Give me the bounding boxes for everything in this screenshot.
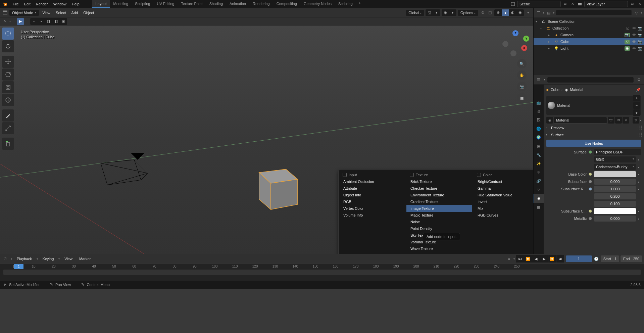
select-mode-3[interactable]: ◨ <box>45 18 52 25</box>
tree-scene-collection[interactable]: ▾🗀 Scene Collection <box>534 18 644 25</box>
jump-end-icon[interactable]: ⏭ <box>556 255 564 263</box>
tab-texture-paint[interactable]: Texture Paint <box>178 0 206 8</box>
render-icon[interactable]: 📷 <box>637 33 643 37</box>
menu-point-density[interactable]: Point Density <box>406 225 472 232</box>
cursor-tool[interactable] <box>2 40 14 52</box>
sss-method-dropdown[interactable]: Christensen-Burley▾ <box>594 164 636 170</box>
menu-gamma[interactable]: Gamma <box>474 185 533 192</box>
scene-browse-icon[interactable] <box>510 1 516 7</box>
gizmo-neg-y[interactable] <box>502 41 508 47</box>
menu-checker-texture[interactable]: Checker Texture <box>406 185 472 192</box>
tree-light[interactable]: ▸💡 Light ◉ 👁📷 <box>534 45 644 52</box>
tab-scene[interactable]: 🌐 <box>534 124 544 133</box>
tab-render[interactable]: 📺 <box>534 98 544 107</box>
props-search[interactable] <box>547 77 634 83</box>
play-icon[interactable]: ▶ <box>540 255 548 263</box>
tab-animation[interactable]: Animation <box>226 0 249 8</box>
viewlayer-browse-icon[interactable] <box>577 1 583 7</box>
eye-icon[interactable]: 👁 <box>631 33 637 37</box>
workspace-add-button[interactable]: + <box>356 0 363 8</box>
shading-options[interactable]: ▾ <box>525 10 531 16</box>
slot-remove-button[interactable]: − <box>633 102 640 109</box>
tab-scripting[interactable]: Scripting <box>335 0 356 8</box>
eye-icon[interactable]: 👁 <box>631 46 637 51</box>
timeline-type-icon[interactable]: ⏱ <box>2 256 8 262</box>
auto-key-icon[interactable]: ● <box>506 256 512 262</box>
subsurface-r-1[interactable]: 1.000 <box>594 186 636 192</box>
object-menu[interactable]: Object <box>81 11 96 15</box>
menu-window[interactable]: Window <box>51 1 69 7</box>
measure-tool[interactable] <box>2 122 14 134</box>
outliner-type-icon[interactable]: ☰ <box>536 10 542 16</box>
panel-preview[interactable]: ▸Preview┆┆┆ <box>544 124 644 131</box>
base-color-swatch[interactable] <box>594 171 636 177</box>
playback-menu[interactable]: Playback <box>15 257 34 261</box>
menu-bright-contrast[interactable]: Bright/Contrast <box>474 178 533 185</box>
menu-mix[interactable]: Mix <box>474 205 533 212</box>
frame-lock-icon[interactable]: 🕐 <box>593 256 599 262</box>
keying-menu[interactable]: Keying <box>41 257 56 261</box>
perspective-toggle-icon[interactable]: ▦ <box>517 93 527 103</box>
tree-collection[interactable]: ▾🗀 Collection ☑👁📷 <box>534 25 644 32</box>
use-nodes-button[interactable]: Use Nodes <box>546 140 641 147</box>
menu-rgb[interactable]: RGB <box>339 198 405 205</box>
timeline-track[interactable] <box>3 270 641 275</box>
gizmo-neg-z[interactable] <box>510 50 516 56</box>
gizmo-z[interactable]: Z <box>512 30 518 36</box>
shading-rendered[interactable]: ◉ <box>516 9 524 16</box>
eye-icon[interactable]: 👁 <box>631 40 637 44</box>
current-frame-field[interactable]: 1 <box>566 255 592 262</box>
editor-type-icon[interactable] <box>2 10 8 16</box>
tab-viewlayer[interactable]: 🖼 <box>534 115 544 124</box>
menu-wave-texture[interactable]: Wave Texture <box>406 245 472 252</box>
add-cube-tool[interactable] <box>2 138 14 150</box>
tab-geometry-nodes[interactable]: Geometry Nodes <box>300 0 335 8</box>
viewlayer-new-icon[interactable]: ⧉ <box>629 1 635 7</box>
menu-hue-sat[interactable]: Hue Saturation Value <box>474 192 533 198</box>
scene-new-icon[interactable]: ⧉ <box>562 1 568 7</box>
slot-add-button[interactable]: + <box>633 95 640 101</box>
xray-toggle[interactable]: ◫ <box>487 10 493 16</box>
orientation-dropdown[interactable]: Global ▾ <box>406 10 424 16</box>
keyframe-next-icon[interactable]: ⏩ <box>548 255 556 263</box>
subsurface-color-swatch[interactable] <box>594 208 636 214</box>
subsurface-value[interactable]: 0.000 <box>594 179 636 185</box>
props-options-icon[interactable]: ⚙ <box>636 77 642 83</box>
menu-image-texture[interactable]: Image Texture <box>406 205 472 212</box>
tree-cube[interactable]: ▸▽ Cube ▽ 👁📷 <box>534 38 644 45</box>
gizmo-y[interactable]: Y <box>523 36 529 42</box>
distribution-dropdown[interactable]: GGX▾ <box>594 156 636 162</box>
menu-edit[interactable]: Edit <box>21 1 33 7</box>
camera-object[interactable] <box>94 153 161 200</box>
shading-wireframe[interactable]: ⊕ <box>494 9 502 16</box>
cube-object[interactable] <box>249 156 306 213</box>
jump-start-icon[interactable]: ⏮ <box>516 255 524 263</box>
end-frame-field[interactable]: End250 <box>621 255 642 262</box>
tab-modifiers[interactable]: 🔧 <box>534 150 544 159</box>
menu-attribute[interactable]: Attribute <box>339 185 405 192</box>
eye-icon[interactable]: 👁 <box>631 26 637 31</box>
props-type-icon[interactable]: ☰ <box>536 77 542 83</box>
select-menu[interactable]: Select <box>54 11 68 15</box>
menu-render[interactable]: Render <box>33 1 51 7</box>
select-mode-5[interactable]: ▣ <box>60 18 67 25</box>
keyframe-prev-icon[interactable]: ⏪ <box>524 255 532 263</box>
options-dropdown[interactable]: Options ▾ <box>458 10 478 16</box>
shading-solid[interactable]: ● <box>502 9 509 16</box>
select-mode-2[interactable]: ▪ <box>38 18 45 25</box>
tab-material[interactable]: ◉ <box>534 194 544 203</box>
tab-object[interactable]: ▣ <box>534 142 544 150</box>
menu-invert[interactable]: Invert <box>474 198 533 205</box>
render-icon[interactable]: 📷 <box>637 46 643 51</box>
transform-tool[interactable] <box>2 94 14 106</box>
tab-compositing[interactable]: Compositing <box>273 0 300 8</box>
tab-sculpting[interactable]: Sculpting <box>132 0 153 8</box>
tab-layout[interactable]: Layout <box>92 0 110 8</box>
material-name-input[interactable] <box>554 117 607 124</box>
select-box-tool[interactable] <box>2 28 14 40</box>
tab-constraints[interactable]: 🔗 <box>534 177 544 185</box>
menu-brick-texture[interactable]: Brick Texture <box>406 178 472 185</box>
render-icon[interactable]: 📷 <box>637 26 643 31</box>
tab-mesh-data[interactable]: ▽ <box>534 185 544 194</box>
collection-exclude-checkbox[interactable]: ☑ <box>625 26 631 31</box>
